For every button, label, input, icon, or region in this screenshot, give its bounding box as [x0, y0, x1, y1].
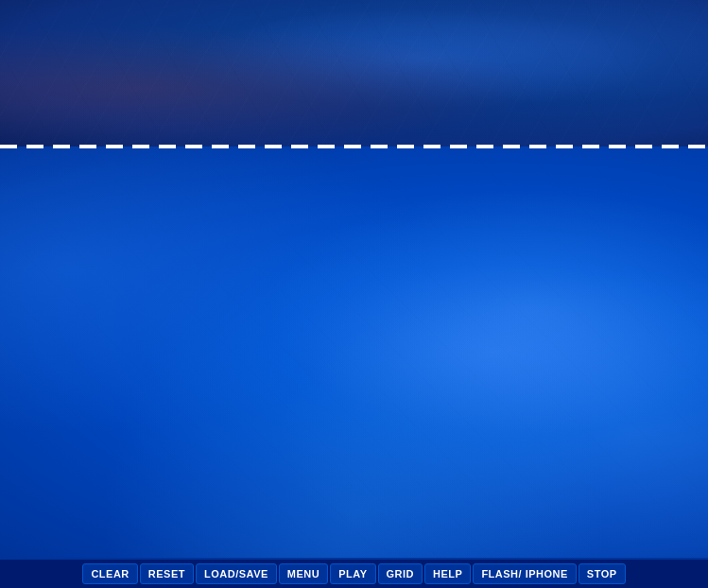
dashed-divider-line [0, 145, 708, 148]
toolbar-btn-load-save[interactable]: LOAD/SAVE [196, 563, 277, 584]
toolbar-btn-flash-iphone[interactable]: FLASH/ IPHONE [473, 563, 576, 584]
canvas-area [0, 0, 708, 558]
toolbar-btn-reset[interactable]: RESET [140, 563, 194, 584]
toolbar-btn-menu[interactable]: MENU [279, 563, 328, 584]
toolbar-btn-stop[interactable]: STOP [578, 563, 626, 584]
toolbar-btn-grid[interactable]: GRID [378, 563, 423, 584]
toolbar-btn-clear[interactable]: CLEAR [82, 563, 137, 584]
toolbar: CLEARRESETLOAD/SAVEMENUPLAYGRIDHELPFLASH… [0, 558, 708, 588]
toolbar-btn-help[interactable]: HELP [424, 563, 471, 584]
toolbar-btn-play[interactable]: PLAY [330, 563, 375, 584]
background-top [0, 0, 708, 147]
background-bottom [0, 147, 708, 558]
app-container: CLEARRESETLOAD/SAVEMENUPLAYGRIDHELPFLASH… [0, 0, 708, 588]
